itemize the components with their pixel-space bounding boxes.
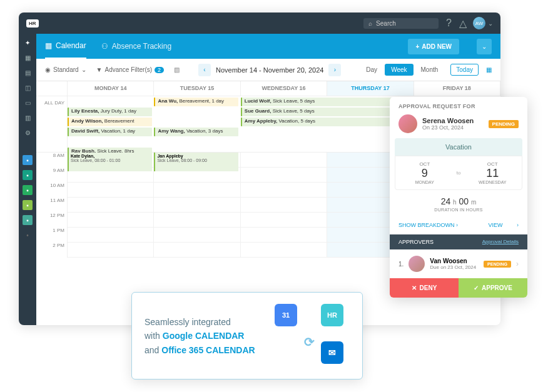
hour-label: 11 AM — [36, 198, 67, 213]
add-new-button[interactable]: + ADD NEW — [408, 39, 459, 54]
to-date: OCT 11 WEDNESDAY — [463, 156, 522, 189]
sidebar-icon-1[interactable]: ▦ — [23, 53, 33, 63]
avatar[interactable]: AW — [473, 17, 485, 29]
add-new-label: ADD NEW — [422, 43, 452, 50]
hour-label: 12 PM — [36, 213, 67, 228]
day-header: FRIDAY 18 — [414, 81, 500, 96]
view-day[interactable]: Day — [360, 64, 383, 76]
view-standard[interactable]: ◉ Standard ⌄ — [45, 66, 86, 73]
x-icon: ✕ — [412, 284, 417, 291]
grid-toggle-icon[interactable]: ▦ — [486, 66, 492, 73]
approver-badge: PENDING — [484, 261, 511, 268]
advance-filter[interactable]: ▼ Advance Filter(s) 2 — [96, 66, 165, 73]
view-month[interactable]: Month — [415, 64, 445, 76]
nav-tabs: ▦ Calendar ⚇ Absence Tracking + ADD NEW … — [36, 34, 500, 59]
day-header: WEDNESDAY 16 — [241, 81, 327, 96]
add-new-dropdown[interactable]: ⌄ — [477, 39, 492, 54]
eye-icon: ◉ — [45, 66, 51, 73]
sidebar-app-5[interactable]: ▪ — [23, 215, 33, 225]
hour-label: 9 AM — [36, 168, 67, 183]
sidebar-icon-2[interactable]: ▤ — [23, 68, 33, 78]
next-week-button[interactable]: › — [328, 64, 341, 76]
sidebar-icon-5[interactable]: ▥ — [23, 113, 33, 123]
duration-value: 24 h 00 m — [396, 196, 521, 206]
calendar-event[interactable]: David Swift, Vacation, 1 day — [68, 128, 152, 136]
hour-label: 1 PM — [36, 228, 67, 243]
filter-bar: ◉ Standard ⌄ ▼ Advance Filter(s) 2 ▧ ‹ N… — [36, 59, 500, 81]
sidebar-icon-3[interactable]: ◫ — [23, 83, 33, 93]
deny-button[interactable]: ✕ DENY — [390, 278, 459, 298]
date-range-label: November 14 - November 20, 2024 — [216, 66, 323, 74]
check-icon: ✓ — [474, 284, 479, 291]
tab-calendar[interactable]: ▦ Calendar — [45, 34, 86, 59]
deny-label: DENY — [420, 284, 437, 291]
sidebar-icon-6[interactable]: ⚙ — [23, 128, 33, 138]
outlook-icon: ✉ — [321, 341, 343, 364]
prev-week-button[interactable]: ‹ — [198, 64, 211, 76]
integration-text: Seamlessly integrated with Google CALEND… — [145, 304, 268, 368]
to-month: OCT — [465, 161, 519, 167]
status-badge: PENDING — [489, 120, 519, 128]
requester-date: On 23 Oct, 2024 — [422, 124, 474, 131]
people-icon: ⚇ — [101, 42, 108, 51]
from-day: 9 — [398, 167, 452, 180]
calendar-event[interactable]: Andy Wilson, Bereavement — [68, 118, 152, 126]
sidebar-app-2[interactable]: ▪ — [23, 170, 33, 180]
chevron-down-icon[interactable]: ⌄ — [488, 20, 493, 27]
requester-name: Serena Woosen — [422, 117, 474, 124]
tab-absence[interactable]: ⚇ Absence Tracking — [101, 42, 171, 51]
sidebar-app-4[interactable]: ▪ — [23, 200, 33, 210]
duration-label: DURATION IN HOURS — [396, 208, 521, 212]
filter-count-badge: 2 — [155, 67, 164, 73]
approver-num: 1. — [398, 261, 403, 268]
approve-button[interactable]: ✓ APPROVE — [459, 278, 527, 298]
view-link[interactable]: VIEW › — [488, 222, 519, 228]
calendar-event[interactable]: Amy Wang, Vacation, 3 days — [154, 128, 238, 136]
from-weekday: MONDAY — [398, 180, 452, 184]
sidebar-icon-dot[interactable]: • — [23, 230, 33, 240]
sidebar-app-1[interactable]: ▪ — [23, 155, 33, 165]
to-weekday: WEDNESDAY — [465, 180, 519, 184]
hour-label: 8 AM — [36, 153, 67, 168]
hr-cloud-icon: HR — [321, 304, 343, 326]
calendar-event[interactable]: Lily Enesta, Jury Duty, 1 day — [68, 108, 152, 116]
today-button[interactable]: Today — [450, 64, 479, 76]
calendar-icon: ▦ — [45, 41, 52, 50]
approval-panel: APPROVAL REQUEST FOR Serena Woosen On 23… — [390, 97, 527, 298]
day-header: MONDAY 14 — [68, 81, 154, 96]
logo: HR — [26, 19, 39, 28]
view-week[interactable]: Week — [385, 64, 413, 76]
approver-row[interactable]: 1. Van Woosen Due on 23 Oct, 2024 PENDIN… — [390, 249, 527, 278]
bell-icon[interactable]: △ — [459, 18, 467, 29]
allday-label: ALL DAY — [36, 96, 68, 152]
tab-calendar-label: Calendar — [56, 41, 86, 50]
calendar-event[interactable]: Jan ApplebySick Leave, 08:00 - 09:00 — [154, 153, 238, 171]
sidebar-icon-4[interactable]: ▭ — [23, 98, 33, 108]
from-date: OCT 9 MONDAY — [395, 156, 454, 189]
google-calendar-icon — [275, 304, 297, 326]
leave-type: Vacation — [395, 138, 522, 156]
search-placeholder: Search — [376, 20, 396, 27]
calendar-event[interactable]: Ana Wu, Bereavement, 1 day — [154, 98, 238, 106]
integration-card: Seamlessly integrated with Google CALEND… — [131, 292, 363, 379]
sidebar-icon-home[interactable]: ✦ — [23, 38, 33, 48]
approval-title: APPROVAL REQUEST FOR — [398, 103, 519, 109]
approvers-header: APPROVERS Approval Details — [390, 234, 527, 249]
layout-icon[interactable]: ▧ — [174, 66, 180, 73]
topbar: HR ⌕ Search ? △ AW ⌄ — [19, 13, 500, 34]
advance-label: Advance Filter(s) — [105, 66, 153, 73]
search-input[interactable]: ⌕ Search — [363, 18, 439, 29]
search-icon: ⌕ — [368, 20, 372, 27]
filter-icon: ▼ — [96, 66, 103, 73]
calendar-event[interactable]: Kate Dylan,Sick Leave, 08:00 - 01:00 — [68, 153, 152, 171]
sidebar-app-3[interactable]: ▪ — [23, 185, 33, 195]
approver-avatar — [409, 256, 425, 272]
approval-details-link[interactable]: Approval Details — [482, 239, 519, 245]
to-day: 11 — [465, 167, 519, 180]
tab-absence-label: Absence Tracking — [112, 42, 171, 51]
help-icon[interactable]: ? — [446, 18, 452, 29]
approvers-title: APPROVERS — [398, 239, 434, 245]
show-breakdown-link[interactable]: SHOW BREAKDOWN › — [398, 222, 458, 228]
day-header: TUESDAY 15 — [154, 81, 240, 96]
sync-icon: ⟳ — [300, 333, 318, 351]
